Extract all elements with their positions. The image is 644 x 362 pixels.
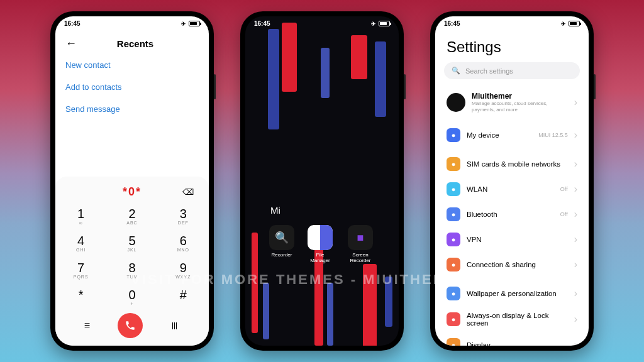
call-button[interactable] xyxy=(118,313,143,338)
app-file-manager[interactable]: File Manager xyxy=(306,225,335,264)
setting-icon: ● xyxy=(447,233,460,246)
chevron-right-icon: › xyxy=(574,339,577,346)
setting-connection-sharing[interactable]: ●Connection & sharing› xyxy=(444,252,580,277)
chevron-right-icon: › xyxy=(574,158,577,170)
dialkey-6[interactable]: 6MNO xyxy=(158,229,209,256)
setting-icon: ● xyxy=(447,287,460,300)
app-screen-recorder[interactable]: ■Screen Recorder xyxy=(346,225,375,264)
chevron-right-icon: › xyxy=(574,184,577,195)
setting-icon: ● xyxy=(447,338,460,346)
status-time: 16:45 xyxy=(444,20,460,27)
phone-home-mock: 16:45 ✈ Mi 🔍RecorderFile Manager■Screen … xyxy=(240,11,404,351)
battery-icon xyxy=(189,21,200,26)
setting-icon: ● xyxy=(447,312,460,326)
settings-title: Settings xyxy=(444,28,580,62)
chevron-right-icon: › xyxy=(574,314,577,325)
setting-icon: ● xyxy=(447,182,460,196)
page-title: Recents xyxy=(72,38,199,49)
wallpaper xyxy=(245,16,399,346)
dialkey-8[interactable]: 8TUV xyxy=(106,256,157,283)
dialkey-9[interactable]: 9WXYZ xyxy=(158,256,209,283)
status-time: 16:45 xyxy=(64,20,80,27)
chevron-right-icon: › xyxy=(574,209,577,220)
setting-icon: ● xyxy=(447,157,460,171)
add-to-contacts-link[interactable]: Add to contacts xyxy=(65,76,199,98)
dialkey-5[interactable]: 5JKL xyxy=(106,229,157,256)
dialkey-7[interactable]: 7PQRS xyxy=(55,256,106,283)
chevron-right-icon: › xyxy=(574,288,577,299)
dialpad: *0* ⌫ 1∞2ABC3DEF4GHI5JKL6MNO7PQRS8TUV9WX… xyxy=(55,177,209,346)
search-placeholder: Search settings xyxy=(465,67,513,75)
account-subtitle: Manage accounts, cloud services, payment… xyxy=(472,101,568,112)
airplane-icon: ✈ xyxy=(561,21,566,27)
status-bar: 16:45 ✈ xyxy=(435,16,589,28)
collapse-icon[interactable]: ⫼ xyxy=(165,315,185,336)
battery-icon xyxy=(569,21,580,26)
search-icon: 🔍 xyxy=(452,67,460,75)
chevron-right-icon: › xyxy=(574,97,577,108)
battery-icon xyxy=(379,21,390,26)
chevron-right-icon: › xyxy=(574,234,577,245)
folder-label[interactable]: Mi xyxy=(270,205,280,216)
backspace-icon[interactable]: ⌫ xyxy=(182,187,194,197)
menu-icon[interactable]: ≡ xyxy=(79,315,95,336)
setting-display[interactable]: ●Display› xyxy=(444,332,580,346)
account-row[interactable]: Miuithemer Manage accounts, cloud servic… xyxy=(444,85,580,119)
setting-icon: ● xyxy=(447,258,460,272)
setting-icon: ● xyxy=(447,207,460,221)
avatar xyxy=(447,93,465,112)
setting-wallpaper-personalization[interactable]: ●Wallpaper & personalization› xyxy=(444,281,580,306)
dialkey-3[interactable]: 3DEF xyxy=(158,202,209,229)
chevron-right-icon: › xyxy=(574,259,577,270)
airplane-icon: ✈ xyxy=(181,21,186,27)
new-contact-link[interactable]: New contact xyxy=(65,54,199,76)
dial-input: *0* xyxy=(123,185,142,199)
dialkey-0[interactable]: 0+ xyxy=(106,283,157,310)
app-recorder[interactable]: 🔍Recorder xyxy=(269,225,294,264)
setting-always-on-display-lock-screen[interactable]: ●Always-on display & Lock screen› xyxy=(444,306,580,332)
setting-bluetooth[interactable]: ●BluetoothOff› xyxy=(444,202,580,227)
account-name: Miuithemer xyxy=(472,92,568,101)
dialkey-*[interactable]: * xyxy=(55,283,106,310)
setting-wlan[interactable]: ●WLANOff› xyxy=(444,177,580,202)
send-message-link[interactable]: Send message xyxy=(65,98,199,120)
setting-vpn[interactable]: ●VPN› xyxy=(444,227,580,252)
setting-icon: ● xyxy=(447,128,460,142)
chevron-right-icon: › xyxy=(574,129,577,141)
dialkey-2[interactable]: 2ABC xyxy=(106,202,157,229)
setting-sim-cards-mobile-networks[interactable]: ●SIM cards & mobile networks› xyxy=(444,151,580,177)
dialkey-1[interactable]: 1∞ xyxy=(55,202,106,229)
dialkey-4[interactable]: 4GHI xyxy=(55,229,106,256)
dialkey-#[interactable]: # xyxy=(158,283,209,310)
phone-settings-mock: 16:45 ✈ Settings 🔍 Search settings Miuit… xyxy=(430,11,594,351)
status-bar: 16:45 ✈ xyxy=(55,16,209,28)
search-input[interactable]: 🔍 Search settings xyxy=(444,62,580,79)
phone-dialer-mock: 16:45 ✈ ← Recents New contact Add to con… xyxy=(50,11,214,351)
setting-my-device[interactable]: ●My deviceMIUI 12.5.5› xyxy=(444,123,580,148)
